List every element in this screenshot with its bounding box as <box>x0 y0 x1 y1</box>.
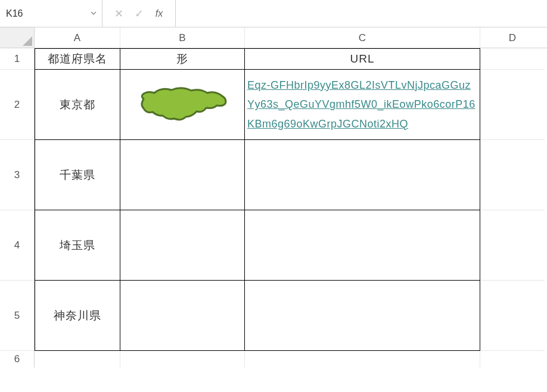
row-header-4[interactable]: 4 <box>0 210 35 281</box>
formula-controls: ✕ ✓ fx <box>102 0 176 27</box>
chevron-down-icon[interactable] <box>90 8 97 19</box>
rows: 1 都道府県名 形 URL 2 東京都 Eqz-GFHbrIp9yyEx8GL2… <box>0 48 547 368</box>
select-all-corner[interactable] <box>0 27 35 48</box>
cell-A4[interactable]: 埼玉県 <box>35 210 120 281</box>
url-link[interactable]: Eqz-GFHbrIp9yyEx8GL2IsVTLvNjJpcaGGuzYy63… <box>247 76 477 133</box>
spreadsheet-grid: A B C D 1 都道府県名 形 URL 2 東京都 Eqz-GFHbrIp9… <box>0 27 547 368</box>
table-row: 5 神奈川県 <box>0 281 547 351</box>
cell-C2[interactable]: Eqz-GFHbrIp9yyEx8GL2IsVTLvNjJpcaGGuzYy63… <box>245 70 480 140</box>
cell-B4[interactable] <box>120 210 245 281</box>
cell-A5[interactable]: 神奈川県 <box>35 281 120 351</box>
row-header-5[interactable]: 5 <box>0 281 35 351</box>
cancel-icon[interactable]: ✕ <box>108 7 129 20</box>
row-header-6[interactable]: 6 <box>0 351 35 368</box>
cell-C3[interactable] <box>245 140 480 210</box>
table-row: 1 都道府県名 形 URL <box>0 48 547 70</box>
cell-C6[interactable] <box>245 351 480 368</box>
table-row: 2 東京都 Eqz-GFHbrIp9yyEx8GL2IsVTLvNjJpcaGG… <box>0 70 547 140</box>
confirm-icon[interactable]: ✓ <box>129 7 149 20</box>
insert-function-button[interactable]: fx <box>149 8 169 19</box>
name-box[interactable]: K16 <box>0 0 102 27</box>
table-row: 4 埼玉県 <box>0 210 547 281</box>
row-header-1[interactable]: 1 <box>0 48 35 70</box>
column-header-A[interactable]: A <box>35 27 120 48</box>
table-row: 6 <box>0 351 547 368</box>
cell-A6[interactable] <box>35 351 120 368</box>
cell-D6[interactable] <box>480 351 545 368</box>
cell-D3[interactable] <box>480 140 545 210</box>
cell-A2[interactable]: 東京都 <box>35 70 120 140</box>
tokyo-shape-icon <box>135 81 230 129</box>
column-headers: A B C D <box>0 27 547 48</box>
column-header-B[interactable]: B <box>120 27 245 48</box>
cell-C1[interactable]: URL <box>245 48 480 70</box>
cell-B1[interactable]: 形 <box>120 48 245 70</box>
cell-C4[interactable] <box>245 210 480 281</box>
cell-B3[interactable] <box>120 140 245 210</box>
cell-D2[interactable] <box>480 70 545 140</box>
cell-A3[interactable]: 千葉県 <box>35 140 120 210</box>
cell-D5[interactable] <box>480 281 545 351</box>
cell-B6[interactable] <box>120 351 245 368</box>
row-header-3[interactable]: 3 <box>0 140 35 210</box>
cell-C5[interactable] <box>245 281 480 351</box>
column-header-C[interactable]: C <box>245 27 480 48</box>
cell-B5[interactable] <box>120 281 245 351</box>
cell-A1[interactable]: 都道府県名 <box>35 48 120 70</box>
row-header-2[interactable]: 2 <box>0 70 35 140</box>
formula-bar: K16 ✕ ✓ fx <box>0 0 547 27</box>
table-row: 3 千葉県 <box>0 140 547 210</box>
cell-D1[interactable] <box>480 48 545 70</box>
column-header-D[interactable]: D <box>480 27 545 48</box>
formula-input[interactable] <box>176 0 547 27</box>
cell-B2[interactable] <box>120 70 245 140</box>
name-box-value: K16 <box>6 8 23 19</box>
cell-D4[interactable] <box>480 210 545 281</box>
